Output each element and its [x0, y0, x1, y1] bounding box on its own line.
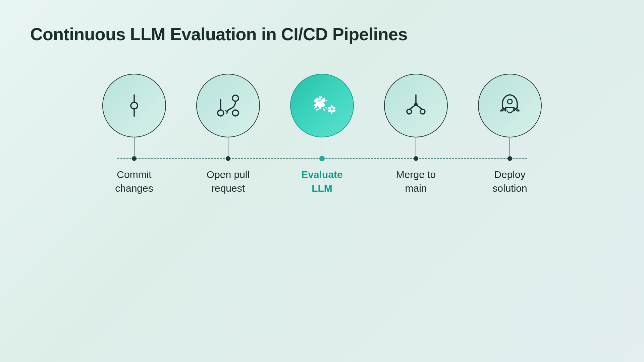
label-merge: Merge tomain	[369, 168, 463, 195]
step-commit	[87, 74, 181, 156]
label-commit: Commitchanges	[87, 168, 181, 195]
step-pull-request	[181, 74, 275, 156]
dot-deploy	[507, 156, 512, 161]
circles-row	[87, 74, 557, 156]
dot-pull-request	[226, 156, 230, 161]
page-title: Continuous LLM Evaluation in CI/CD Pipel…	[30, 24, 408, 44]
label-evaluate: EvaluateLLM	[275, 168, 369, 195]
connector-deploy	[509, 137, 510, 156]
step-evaluate	[275, 74, 369, 156]
pull-request-icon	[215, 92, 241, 119]
svg-point-5	[232, 95, 238, 101]
svg-point-1	[131, 102, 138, 109]
circle-merge	[384, 74, 448, 137]
step-deploy	[463, 74, 557, 156]
labels-row: Commitchanges Open pullrequest EvaluateL…	[87, 168, 557, 195]
dot-commit	[132, 156, 137, 161]
svg-point-3	[218, 110, 224, 116]
dot-evaluate-wrapper	[275, 156, 369, 161]
svg-point-4	[232, 110, 238, 116]
gears-icon	[305, 92, 339, 119]
connector-merge	[416, 137, 416, 156]
connector-pull-request	[228, 137, 228, 156]
label-deploy: Deploysolution	[463, 168, 557, 195]
label-pull-request: Open pullrequest	[181, 168, 275, 195]
dot-commit-wrapper	[87, 156, 181, 161]
dot-merge	[414, 156, 418, 161]
step-merge	[369, 74, 463, 156]
pipeline-diagram: Commitchanges Open pullrequest EvaluateL…	[0, 74, 644, 195]
svg-point-15	[507, 99, 512, 104]
dot-deploy-wrapper	[463, 156, 557, 161]
merge-icon	[402, 92, 429, 119]
timeline-row	[87, 156, 557, 161]
circle-deploy	[478, 74, 542, 137]
dot-evaluate	[319, 156, 325, 161]
connector-evaluate	[322, 137, 322, 156]
circle-pull-request	[196, 74, 260, 137]
circle-commit	[102, 74, 166, 137]
connector-commit	[134, 137, 135, 156]
rocket-icon	[496, 92, 523, 119]
dot-merge-wrapper	[369, 156, 463, 161]
circle-evaluate	[290, 74, 354, 137]
dot-pull-request-wrapper	[181, 156, 275, 161]
commit-icon	[121, 92, 148, 119]
